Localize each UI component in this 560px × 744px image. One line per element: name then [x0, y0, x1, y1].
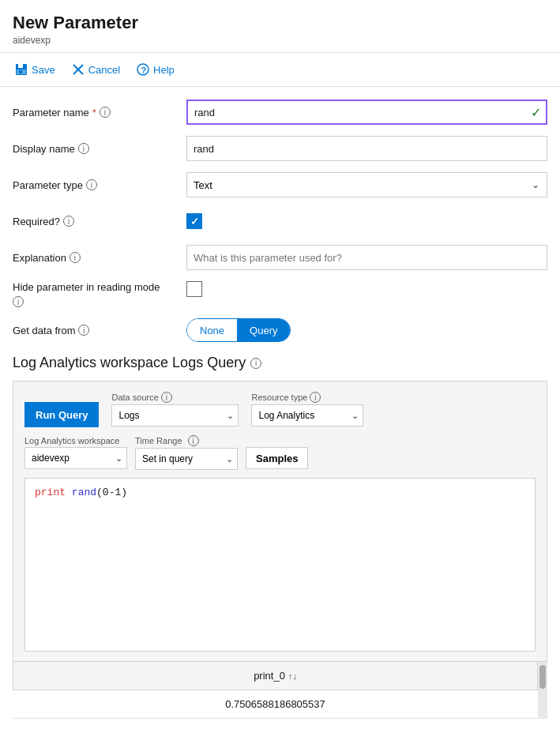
- workspace-row: Log Analytics workspace aidevexp ⌄ Time …: [24, 435, 536, 470]
- display-name-row: Display name i: [13, 136, 547, 161]
- get-data-toggle-group: None Query: [186, 318, 291, 342]
- hide-param-label: Hide parameter in reading mode: [13, 281, 186, 293]
- get-data-info-icon[interactable]: i: [78, 325, 89, 336]
- explanation-label: Explanation i: [13, 252, 186, 264]
- query-section-info-icon[interactable]: i: [250, 358, 261, 369]
- workspace-select-wrapper: aidevexp ⌄: [24, 447, 127, 469]
- resource-type-select-wrapper: Log Analytics Application Insights Azure…: [251, 404, 363, 426]
- hide-param-label-col: Hide parameter in reading mode i: [13, 281, 186, 307]
- display-name-info-icon[interactable]: i: [78, 143, 89, 154]
- results-header: print_0 ↑↓: [13, 662, 538, 690]
- code-keyword-print: print: [35, 487, 66, 498]
- parameter-type-select-wrapper: Text Integer Float DateTime Duration ⌄: [186, 172, 547, 197]
- header: New Parameter aidevexp: [0, 0, 560, 53]
- parameter-name-input[interactable]: [186, 100, 547, 125]
- valid-checkmark-icon: ✓: [531, 105, 541, 120]
- svg-rect-1: [18, 64, 23, 68]
- time-range-select[interactable]: Set in query Last hour Last 24 hours Las…: [135, 448, 238, 470]
- results-value-row: 0.7506588186805537: [13, 690, 538, 719]
- column-header-text: print_0 ↑↓: [254, 670, 297, 682]
- samples-group: Samples: [246, 436, 308, 469]
- resource-type-group: Resource type i Log Analytics Applicatio…: [251, 392, 363, 426]
- results-section: print_0 ↑↓ 0.7506588186805537: [13, 662, 547, 719]
- hide-param-info-icon[interactable]: i: [13, 296, 24, 307]
- query-section-title: Log Analytics workspace Logs Query i: [0, 355, 560, 371]
- time-range-info-icon[interactable]: i: [188, 435, 199, 446]
- help-button[interactable]: ? Help: [134, 59, 176, 80]
- code-line-1: print rand (0-1): [35, 487, 525, 498]
- hide-info-row: i: [13, 296, 186, 307]
- data-source-select[interactable]: Logs Metrics Azure Resource Graph: [111, 404, 239, 426]
- workspace-select[interactable]: aidevexp: [24, 447, 127, 469]
- required-star: *: [92, 107, 96, 118]
- parameter-type-row: Parameter type i Text Integer Float Date…: [13, 172, 547, 197]
- svg-rect-3: [19, 70, 22, 73]
- parameter-name-input-wrapper: ✓: [186, 100, 547, 125]
- query-inner: Run Query Data source i Logs Metrics Azu…: [13, 381, 547, 661]
- required-info-icon[interactable]: i: [63, 216, 74, 227]
- time-range-label: Time Range i: [135, 435, 238, 446]
- toggle-none[interactable]: None: [187, 318, 237, 342]
- required-row: Required? i ✓: [13, 209, 547, 234]
- data-source-info-icon[interactable]: i: [161, 392, 172, 403]
- page-title: New Parameter: [13, 13, 547, 33]
- display-name-input[interactable]: [186, 136, 547, 161]
- data-source-group: Data source i Logs Metrics Azure Resourc…: [111, 392, 239, 426]
- display-name-input-wrapper: [186, 136, 547, 161]
- parameter-type-label: Parameter type i: [13, 179, 186, 191]
- toggle-query[interactable]: Query: [237, 318, 290, 342]
- parameter-name-info-icon[interactable]: i: [100, 107, 111, 118]
- scrollbar[interactable]: [538, 662, 547, 719]
- get-data-label: Get data from i: [13, 325, 186, 336]
- parameter-type-info-icon[interactable]: i: [86, 179, 97, 190]
- required-checkbox[interactable]: ✓: [186, 213, 202, 229]
- save-icon: [14, 62, 28, 77]
- display-name-label: Display name i: [13, 143, 186, 155]
- resource-type-info-icon[interactable]: i: [310, 392, 321, 403]
- page-container: New Parameter aidevexp Save Cancel ?: [0, 0, 560, 719]
- run-query-button[interactable]: Run Query: [24, 402, 99, 427]
- samples-button[interactable]: Samples: [246, 447, 308, 469]
- svg-text:?: ?: [141, 66, 147, 75]
- save-button[interactable]: Save: [13, 59, 57, 80]
- form-container: Parameter name * i ✓ Display name i Para…: [0, 87, 560, 342]
- workspace-label: Log Analytics workspace: [24, 436, 127, 445]
- cancel-icon: [71, 62, 85, 77]
- query-controls-row: Run Query Data source i Logs Metrics Azu…: [24, 391, 536, 427]
- time-range-select-wrapper: Set in query Last hour Last 24 hours Las…: [135, 448, 238, 470]
- data-source-select-wrapper: Logs Metrics Azure Resource Graph ⌄: [111, 404, 239, 426]
- get-data-row: Get data from i None Query: [13, 318, 547, 342]
- resource-type-select[interactable]: Log Analytics Application Insights Azure…: [251, 404, 363, 426]
- toolbar: Save Cancel ? Help: [0, 53, 560, 87]
- explanation-input[interactable]: [186, 245, 547, 270]
- time-range-group: Time Range i Set in query Last hour Last…: [135, 435, 238, 470]
- help-icon: ?: [136, 62, 150, 77]
- explanation-row: Explanation i: [13, 245, 547, 270]
- checkmark-icon: ✓: [190, 216, 199, 227]
- sort-arrows-icon[interactable]: ↑↓: [288, 671, 297, 681]
- hide-param-row: Hide parameter in reading mode i: [13, 281, 547, 307]
- required-label: Required? i: [13, 216, 186, 227]
- parameter-name-label: Parameter name * i: [13, 107, 186, 118]
- code-function-rand: rand: [72, 487, 96, 498]
- code-editor[interactable]: print rand (0-1): [24, 478, 536, 652]
- query-section: Run Query Data source i Logs Metrics Azu…: [13, 381, 547, 662]
- resource-type-label: Resource type i: [251, 392, 363, 403]
- explanation-info-icon[interactable]: i: [70, 252, 81, 263]
- scrollbar-thumb[interactable]: [539, 665, 546, 689]
- hide-param-checkbox[interactable]: [186, 281, 202, 297]
- parameter-type-select[interactable]: Text Integer Float DateTime Duration: [186, 172, 547, 197]
- page-subtitle: aidevexp: [13, 35, 547, 46]
- cancel-button[interactable]: Cancel: [70, 59, 122, 80]
- code-args: (0-1): [96, 487, 127, 498]
- data-source-label: Data source i: [111, 392, 239, 403]
- results-main: print_0 ↑↓ 0.7506588186805537: [13, 662, 538, 719]
- parameter-name-row: Parameter name * i ✓: [13, 100, 547, 125]
- workspace-group: Log Analytics workspace aidevexp ⌄: [24, 436, 127, 469]
